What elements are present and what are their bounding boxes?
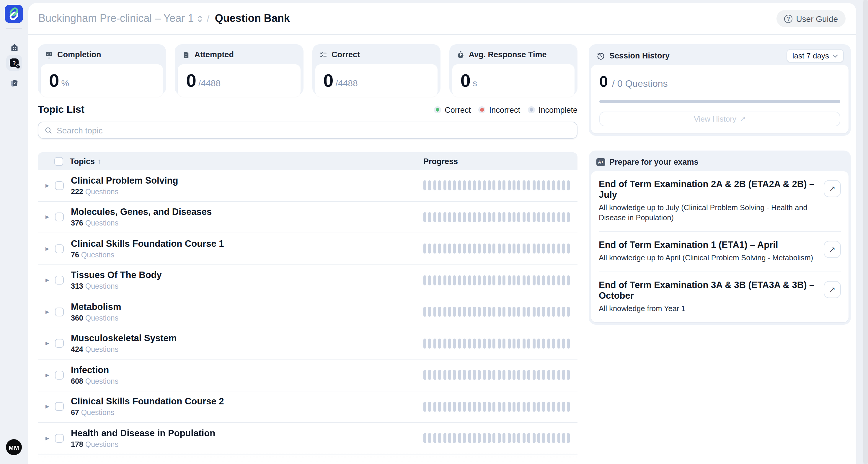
incomplete-dot-icon: [529, 108, 533, 112]
row-checkbox[interactable]: [55, 244, 64, 253]
expand-caret-icon[interactable]: ▶: [45, 278, 52, 283]
view-history-button[interactable]: View History ↗: [599, 111, 840, 126]
table-row[interactable]: ▶ Musculoskeletal System 424 Questions: [38, 328, 578, 360]
stat-suffix: /4488: [198, 78, 221, 88]
topic-name: Metabolism: [71, 302, 121, 312]
open-exam-button[interactable]: ↗: [824, 180, 841, 197]
home-icon: [10, 43, 19, 52]
expand-caret-icon[interactable]: ▶: [45, 436, 52, 441]
topic-name: Clinical Problem Solving: [71, 175, 178, 186]
scrollbar-thumb[interactable]: [863, 0, 868, 464]
table-row-partial: [38, 454, 578, 463]
progress-segments: [423, 244, 571, 254]
exam-badge-icon: A+: [596, 158, 605, 165]
legend-incorrect: Incorrect: [478, 105, 520, 114]
stat-card-avg-response-time: Avg. Response Time 0 s: [450, 44, 578, 95]
expand-caret-icon[interactable]: ▶: [45, 215, 52, 220]
table-header: Topics ↑ Progress: [38, 152, 578, 170]
date-range-select[interactable]: last 7 days: [786, 49, 844, 63]
stats-row: Completion 0 %: [38, 44, 578, 95]
topic-name: Clinical Skills Foundation Course 1: [71, 239, 224, 249]
sidebar-item-flashcards[interactable]: [6, 75, 22, 91]
topic-count: 424: [71, 345, 83, 353]
stat-value: 0: [461, 70, 471, 91]
row-checkbox[interactable]: [55, 371, 64, 379]
select-all-checkbox[interactable]: [54, 157, 63, 165]
table-row[interactable]: ▶ Infection 608 Questions: [38, 360, 578, 391]
table-row[interactable]: ▶ Clinical Skills Foundation Course 1 76…: [38, 233, 578, 265]
exam-item: End of Term Examination 3A & 3B (ETA3A &…: [599, 271, 841, 322]
open-exam-button[interactable]: ↗: [824, 281, 841, 298]
topic-name: Musculoskeletal System: [71, 333, 177, 344]
row-checkbox[interactable]: [55, 402, 64, 411]
sort-ascending-icon[interactable]: ↑: [98, 157, 101, 165]
stat-label: Avg. Response Time: [469, 50, 547, 59]
session-history-panel: Session History last 7 days 0 / 0 Questi…: [589, 44, 851, 135]
progress-segments: [423, 181, 571, 191]
progress-segments: [423, 212, 571, 222]
help-icon: ?: [784, 14, 793, 23]
user-guide-button[interactable]: ? User Guide: [776, 10, 845, 27]
progress-segments: [423, 339, 571, 349]
checklist-icon: [319, 51, 328, 59]
arrow-up-right-icon: ↗: [829, 184, 836, 193]
stopwatch-icon: [457, 51, 465, 59]
presentation-icon: [45, 51, 53, 59]
topic-count: 360: [71, 314, 83, 322]
progress-segments: [423, 307, 571, 317]
history-icon: [596, 51, 605, 60]
row-checkbox[interactable]: [55, 308, 64, 316]
progress-segments: [423, 433, 571, 443]
table-row[interactable]: ▶ Clinical Skills Foundation Course 2 67…: [38, 391, 578, 423]
user-guide-label: User Guide: [796, 14, 838, 23]
flashcards-icon: [9, 79, 19, 88]
exams-panel-title: Prepare for your exams: [609, 157, 699, 166]
progress-segments: [423, 402, 571, 412]
table-row[interactable]: ▶ Tissues Of The Body 313 Questions: [38, 265, 578, 296]
stat-label: Attempted: [194, 50, 234, 59]
row-checkbox[interactable]: [55, 434, 64, 443]
row-checkbox[interactable]: [55, 276, 64, 285]
exam-description: All knowledge up to July (Clinical Probl…: [599, 203, 818, 223]
stat-suffix: s: [473, 78, 477, 88]
stat-card-attempted: Attempted 0 /4488: [175, 44, 304, 95]
scrollbar[interactable]: [863, 0, 868, 464]
row-checkbox[interactable]: [55, 213, 64, 222]
app-logo-icon[interactable]: [5, 5, 23, 23]
breadcrumb-course[interactable]: Buckingham Pre-clinical – Year 1: [38, 12, 194, 25]
sidebar-item-home[interactable]: [6, 39, 22, 55]
session-score-value: 0: [599, 72, 608, 91]
user-avatar[interactable]: MM: [6, 439, 22, 455]
topic-count: 67: [71, 408, 79, 417]
question-bank-icon: ? ✓: [10, 58, 19, 67]
stat-suffix: /4488: [336, 78, 358, 88]
expand-caret-icon[interactable]: ▶: [45, 372, 52, 378]
topic-name: Infection: [71, 365, 118, 375]
progress-segments: [423, 370, 571, 380]
stat-suffix: %: [61, 78, 69, 88]
exam-title: End of Term Examination 2A & 2B (ETA2A &…: [599, 179, 818, 200]
expand-caret-icon[interactable]: ▶: [45, 183, 52, 188]
session-score-suffix: / 0 Questions: [612, 79, 668, 89]
table-row[interactable]: ▶ Molecules, Genes, and Diseases 376 Que…: [38, 202, 578, 233]
stat-value: 0: [186, 70, 196, 91]
course-switcher-icon[interactable]: [197, 14, 203, 23]
row-checkbox[interactable]: [55, 181, 64, 190]
stat-value: 0: [323, 70, 333, 91]
search-input[interactable]: [57, 125, 571, 135]
table-row[interactable]: ▶ Clinical Problem Solving 222 Questions: [38, 170, 578, 202]
expand-caret-icon[interactable]: ▶: [45, 309, 52, 315]
table-row[interactable]: ▶ Health and Disease in Population 178 Q…: [38, 423, 578, 454]
row-checkbox[interactable]: [55, 339, 64, 348]
topic-list-title: Topic List: [38, 104, 85, 116]
breadcrumb-separator: /: [207, 13, 209, 25]
main-content: Buckingham Pre-clinical – Year 1 / Quest…: [28, 3, 856, 464]
table-row[interactable]: ▶ Metabolism 360 Questions: [38, 296, 578, 328]
sidebar-item-question-bank[interactable]: ? ✓: [6, 55, 22, 71]
expand-caret-icon[interactable]: ▶: [45, 341, 52, 346]
sidebar: ? ✓ MM: [0, 0, 28, 464]
open-exam-button[interactable]: ↗: [824, 241, 841, 258]
exam-title: End of Term Examination 3A & 3B (ETA3A &…: [599, 280, 818, 301]
expand-caret-icon[interactable]: ▶: [45, 404, 52, 409]
expand-caret-icon[interactable]: ▶: [45, 246, 52, 251]
